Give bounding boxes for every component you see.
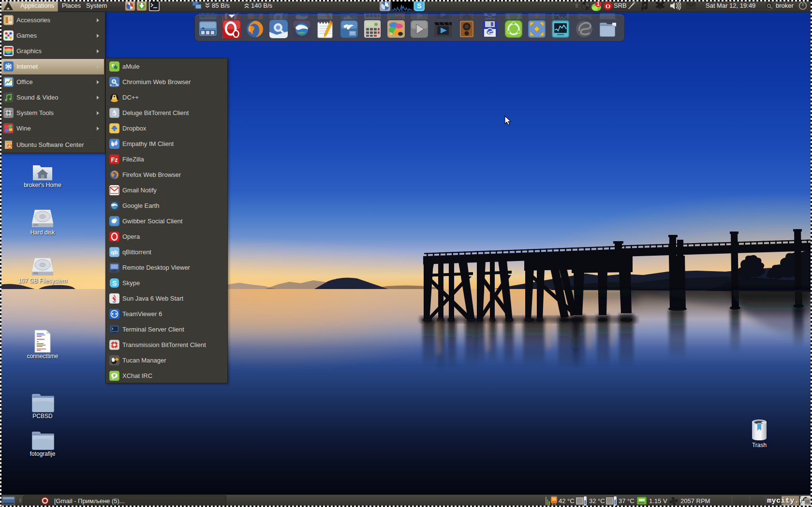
svg-text:Fz: Fz — [111, 157, 118, 163]
svg-text:O: O — [605, 2, 610, 10]
svg-text:1: 1 — [597, 1, 600, 7]
svg-text:#: # — [113, 373, 116, 378]
svg-text:S: S — [417, 2, 421, 10]
svg-text:S: S — [112, 279, 117, 287]
svg-text:qb: qb — [111, 249, 118, 255]
